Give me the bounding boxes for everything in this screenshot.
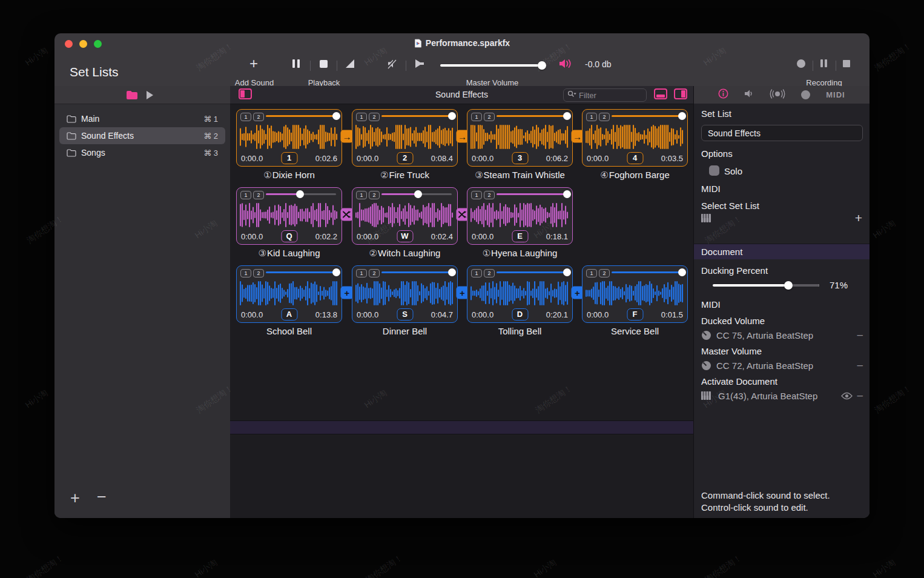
tab-record-icon[interactable]	[801, 90, 810, 99]
cue-badge-2[interactable]: 2	[253, 269, 264, 277]
cue-badge-2[interactable]: 2	[484, 269, 495, 277]
remove-mapping-button[interactable]: –	[857, 390, 863, 402]
tile-volume-slider[interactable]	[266, 115, 336, 117]
tile-volume-slider[interactable]	[266, 271, 336, 273]
tab-broadcast-icon[interactable]	[770, 89, 785, 101]
cue-badge-1[interactable]: 1	[471, 113, 482, 121]
cue-badge-1[interactable]: 1	[240, 113, 251, 121]
cue-badge-1[interactable]: 1	[356, 113, 367, 121]
key-trigger-badge[interactable]: A	[281, 308, 297, 321]
fade-out-button[interactable]	[346, 59, 354, 68]
cue-badge-2[interactable]: 2	[484, 191, 495, 199]
cue-badge-1[interactable]: 1	[240, 269, 251, 277]
tile-volume-slider[interactable]	[266, 193, 336, 195]
set-list-name-input[interactable]	[701, 125, 863, 141]
remove-mapping-button[interactable]: –	[857, 359, 863, 371]
tile-volume-slider[interactable]	[612, 271, 682, 273]
set-list-item-sound-effects[interactable]: Sound Effects⌘ 2	[59, 127, 225, 144]
remove-set-list-button[interactable]: −	[97, 491, 107, 503]
key-trigger-badge[interactable]: 3	[512, 152, 528, 164]
cue-badge-2[interactable]: 2	[484, 113, 495, 121]
tile-volume-knob[interactable]	[563, 112, 571, 120]
toggle-bottom-panel-icon[interactable]	[654, 88, 667, 99]
cue-badge-1[interactable]: 1	[356, 269, 367, 277]
sound-tile-foghorn-barge[interactable]: 120:00.00:03.54	[582, 109, 688, 167]
record-stop-button[interactable]	[843, 60, 850, 67]
sound-tile-service-bell[interactable]: 120:00.00:01.5F	[582, 265, 688, 323]
key-trigger-badge[interactable]: E	[512, 230, 528, 242]
key-trigger-badge[interactable]: Q	[281, 230, 297, 242]
tile-volume-slider[interactable]	[381, 271, 452, 273]
tile-volume-slider[interactable]	[497, 115, 567, 117]
key-trigger-badge[interactable]: F	[627, 308, 643, 321]
ducking-slider-knob[interactable]	[784, 281, 793, 290]
add-set-list-button[interactable]: +	[70, 492, 80, 504]
key-trigger-badge[interactable]: W	[397, 230, 413, 242]
tile-volume-slider[interactable]	[381, 115, 452, 117]
solo-checkbox[interactable]	[709, 165, 719, 176]
stop-button[interactable]	[320, 60, 328, 68]
tile-volume-knob[interactable]	[563, 190, 571, 198]
key-trigger-badge[interactable]: 4	[627, 152, 643, 164]
remove-mapping-button[interactable]: –	[857, 329, 863, 341]
cue-badge-2[interactable]: 2	[599, 269, 610, 277]
tile-volume-knob[interactable]	[678, 268, 686, 276]
sound-tile-fire-truck[interactable]: 120:00.00:08.42	[352, 109, 458, 167]
set-list-item-songs[interactable]: Songs⌘ 3	[59, 144, 225, 161]
sound-tile-kid-laughing[interactable]: 120:00.00:02.2Q	[236, 187, 342, 245]
tile-volume-slider[interactable]	[612, 115, 682, 117]
tile-volume-slider[interactable]	[497, 193, 567, 195]
sound-tile-dinner-bell[interactable]: 120:00.00:04.7S	[352, 265, 458, 323]
cue-badge-1[interactable]: 1	[471, 191, 482, 199]
sound-tile-steam-train-whistle[interactable]: 120:00.00:06.23	[467, 109, 573, 167]
sound-tile-witch-laughing[interactable]: 120:00.00:02.4W	[352, 187, 458, 245]
key-trigger-badge[interactable]: D	[512, 308, 528, 321]
cue-badge-2[interactable]: 2	[369, 191, 380, 199]
cue-badge-2[interactable]: 2	[253, 191, 264, 199]
play-mode-icon[interactable]	[147, 91, 153, 99]
tile-volume-knob[interactable]	[448, 112, 456, 120]
sound-tile-tolling-bell[interactable]: 120:00.00:20.1D	[467, 265, 573, 323]
tile-volume-knob[interactable]	[563, 268, 571, 276]
add-sound-button[interactable]: +	[249, 55, 258, 72]
master-volume-slider[interactable]	[440, 64, 545, 67]
sound-tile-hyena-laughing[interactable]: 120:00.00:18.1E	[467, 187, 573, 245]
cue-badge-1[interactable]: 1	[356, 191, 367, 199]
master-volume-knob[interactable]	[538, 61, 546, 70]
tab-info-icon[interactable]	[718, 88, 728, 101]
tile-volume-slider[interactable]	[381, 193, 452, 195]
cue-badge-2[interactable]: 2	[369, 269, 380, 277]
record-pause-button[interactable]	[820, 59, 827, 67]
tile-volume-knob[interactable]	[332, 268, 340, 276]
cue-badge-2[interactable]: 2	[253, 113, 264, 121]
tab-audio-icon[interactable]	[744, 89, 754, 101]
cue-badge-1[interactable]: 1	[240, 191, 251, 199]
filter-input[interactable]	[579, 91, 633, 100]
cue-badge-2[interactable]: 2	[369, 113, 380, 121]
set-list-item-main[interactable]: Main⌘ 1	[59, 110, 225, 127]
add-midi-trigger-button[interactable]: +	[855, 211, 862, 225]
tile-volume-knob[interactable]	[332, 112, 340, 120]
cue-badge-2[interactable]: 2	[599, 113, 610, 121]
key-trigger-badge[interactable]: 1	[281, 152, 297, 164]
sound-tile-school-bell[interactable]: 120:00.00:13.8A	[236, 265, 342, 323]
tile-volume-knob[interactable]	[296, 190, 304, 198]
eye-icon[interactable]	[841, 392, 853, 400]
key-trigger-badge[interactable]: S	[397, 308, 413, 321]
sound-tile-dixie-horn[interactable]: 120:00.00:02.61	[236, 109, 342, 167]
tile-volume-knob[interactable]	[678, 112, 686, 120]
mute-icon[interactable]	[386, 58, 397, 71]
cue-badge-1[interactable]: 1	[471, 269, 482, 277]
toggle-inspector-icon[interactable]	[674, 88, 687, 99]
play-through-icon[interactable]	[414, 58, 426, 71]
filter-field[interactable]	[563, 88, 647, 102]
tab-midi-icon[interactable]: MIDI	[826, 90, 845, 99]
key-trigger-badge[interactable]: 2	[397, 152, 413, 164]
tile-volume-knob[interactable]	[448, 268, 456, 276]
pause-button[interactable]	[292, 59, 300, 68]
cue-badge-1[interactable]: 1	[586, 269, 597, 277]
speaker-loud-icon[interactable]	[558, 58, 573, 72]
tile-volume-knob[interactable]	[414, 190, 422, 198]
tile-volume-slider[interactable]	[497, 271, 567, 273]
record-button[interactable]	[797, 59, 805, 68]
